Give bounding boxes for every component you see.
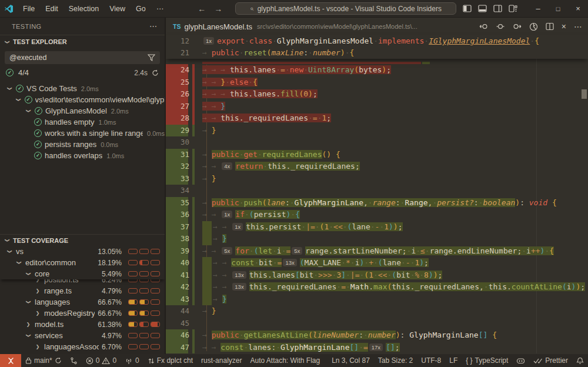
- code-line[interactable]: 121xexport·class·GlyphMarginLanesModel·i…: [166, 35, 588, 47]
- code-line[interactable]: 25→ → }·else·{: [166, 76, 588, 89]
- eol-status[interactable]: LF: [445, 354, 462, 367]
- menu-edit[interactable]: Edit: [40, 5, 64, 13]
- menu-file[interactable]: File: [18, 5, 40, 13]
- coverage-next-icon[interactable]: [512, 22, 522, 31]
- coverage-row[interactable]: ❯core5.49%: [0, 268, 165, 279]
- coverage-row[interactable]: ❯range.ts4.79%: [0, 285, 165, 296]
- code-line[interactable]: 31→ public·get·requiredLanes() {: [166, 149, 588, 161]
- chevron-down-icon[interactable]: ❯: [15, 259, 23, 266]
- test-item[interactable]: ❯✓vs\editor\test\common\viewModel\glyphL…: [0, 94, 165, 105]
- chevron-down-icon[interactable]: ❯: [15, 96, 22, 103]
- test-filter-input[interactable]: @executed: [5, 51, 160, 64]
- editor-more-actions-icon[interactable]: ⋯: [574, 22, 582, 31]
- code-line[interactable]: 39→ → 5xfor·(let·i·=5xrange.startLineNum…: [166, 245, 588, 258]
- prettier-status[interactable]: Prettier: [529, 354, 572, 367]
- chevron-right-icon[interactable]: ❯: [25, 321, 32, 328]
- coverage-prev-icon[interactable]: [479, 22, 489, 31]
- coverage-row[interactable]: ❯services4.97%: [0, 330, 165, 341]
- code-line[interactable]: 38→ }: [166, 233, 588, 245]
- code-line[interactable]: 35→ public·push(lane:·GlyphMarginLane,·r…: [166, 197, 588, 209]
- customize-layout-icon[interactable]: [509, 4, 517, 13]
- coverage-row[interactable]: ❯position.ts6.24%: [0, 279, 165, 285]
- nav-forward-icon[interactable]: →: [214, 4, 222, 14]
- code-line[interactable]: 29→ }: [166, 125, 588, 137]
- source-control-graph[interactable]: [66, 354, 82, 367]
- remote-indicator[interactable]: [0, 354, 21, 367]
- chevron-right-icon[interactable]: ❯: [34, 279, 41, 283]
- tab-size-status[interactable]: Tab Size: 2: [374, 354, 417, 367]
- encoding-status[interactable]: UTF-8: [417, 354, 445, 367]
- refresh-icon[interactable]: [152, 69, 159, 76]
- sticky-scroll[interactable]: 121xexport·class·GlyphMarginLanesModel·i…: [166, 35, 588, 59]
- code-line[interactable]: 46→ public·getLanesAtLine(lineNumber:·nu…: [166, 329, 588, 342]
- code-line[interactable]: 30: [166, 136, 588, 149]
- auto-attach-status[interactable]: Auto Attach: With Flag: [246, 354, 324, 367]
- chevron-right-icon[interactable]: ❯: [34, 343, 41, 351]
- menu-go[interactable]: Go: [131, 5, 151, 13]
- toggle-secondary-sidebar-icon[interactable]: [493, 4, 502, 13]
- menu-selection[interactable]: Selection: [64, 5, 104, 13]
- coverage-row[interactable]: ❯languagesAssociations.ts6.70%: [0, 341, 165, 352]
- chevron-down-icon[interactable]: ❯: [25, 271, 32, 278]
- branch-status[interactable]: main*: [21, 354, 66, 367]
- chevron-down-icon[interactable]: ❯: [25, 108, 32, 115]
- code-line[interactable]: [166, 59, 588, 64]
- coverage-row[interactable]: ❯vs13.05%: [0, 246, 165, 257]
- window-minimize-button[interactable]: –: [528, 4, 548, 13]
- code-viewport[interactable]: 24→ → → this.lanes·=·new·Uint8Array(byte…: [166, 59, 588, 353]
- notifications-status[interactable]: [572, 354, 588, 367]
- toggle-sidebar-icon[interactable]: [463, 4, 472, 13]
- nav-back-icon[interactable]: ←: [198, 4, 206, 14]
- code-line[interactable]: 41→ → 13xthis.lanes[bit·>>>·3]·|=·(1·<<·…: [166, 269, 588, 282]
- filter-icon[interactable]: [148, 54, 155, 61]
- chevron-down-icon[interactable]: ❯: [25, 299, 32, 306]
- test-item[interactable]: ✓handles empty1.0ms: [0, 116, 165, 128]
- code-line[interactable]: 37→ → 1xthis.persist·|=·(1·<<·(lane·-·1)…: [166, 221, 588, 233]
- rust-analyzer-status[interactable]: rust-analyzer: [197, 354, 246, 367]
- chevron-down-icon[interactable]: ❯: [25, 332, 32, 339]
- code-line[interactable]: 33→ }: [166, 173, 588, 185]
- code-line[interactable]: 28→ → this._requiredLanes·=·1;: [166, 112, 588, 125]
- window-close-button[interactable]: ×: [568, 4, 588, 13]
- test-explorer-section-header[interactable]: ❯ TEST EXPLORER: [0, 35, 165, 48]
- chevron-right-icon[interactable]: ❯: [34, 309, 41, 317]
- command-center-search[interactable]: ⌕ glyphLanesModel.ts - vscode - Visual S…: [235, 2, 456, 15]
- chevron-down-icon[interactable]: ❯: [6, 85, 14, 92]
- menu-view[interactable]: View: [104, 5, 131, 13]
- coverage-row[interactable]: ❯modesRegistry.ts66.67%: [0, 308, 165, 319]
- test-item[interactable]: ✓persists ranges0.0ms: [0, 139, 165, 150]
- code-line[interactable]: 40→ → const·bit·=13x(MAX_LANE·*·i)·+·(la…: [166, 257, 588, 269]
- code-line[interactable]: 27→ → }: [166, 101, 588, 113]
- copilot-status[interactable]: [512, 354, 529, 367]
- code-line[interactable]: 44→ }: [166, 305, 588, 318]
- code-line[interactable]: 34: [166, 185, 588, 197]
- test-coverage-section-header[interactable]: ❯ TEST COVERAGE: [0, 234, 165, 246]
- panel-more-actions-icon[interactable]: ⋯: [149, 22, 158, 31]
- toggle-panel-icon[interactable]: [478, 4, 487, 13]
- code-line[interactable]: 36→ → 1xif·(persist)·{: [166, 209, 588, 221]
- coverage-current-icon[interactable]: [496, 22, 505, 31]
- coverage-row[interactable]: ❯editor\common18.19%: [0, 257, 165, 268]
- ports-status[interactable]: 0: [121, 354, 143, 367]
- coverage-row[interactable]: ❯languages66.67%: [0, 296, 165, 308]
- test-coverage-toggle-icon[interactable]: [529, 22, 538, 31]
- test-item[interactable]: ✓handles overlaps1.0ms: [0, 150, 165, 161]
- language-mode-status[interactable]: { } TypeScript: [462, 354, 512, 367]
- code-line[interactable]: 32→ → 4xreturn·this._requiredLanes;: [166, 161, 588, 173]
- code-line[interactable]: 47→ → const·lanes:·GlyphMarginLane[]·=17…: [166, 342, 588, 354]
- test-item[interactable]: ❯✓GlyphLanesModel2.0ms: [0, 105, 165, 116]
- close-editor-icon[interactable]: ×: [562, 22, 566, 31]
- fx-dplct-cht-status[interactable]: Fx dplct cht: [143, 354, 197, 367]
- test-item[interactable]: ✓works with a single line range0.0ms: [0, 128, 165, 139]
- editor-tab[interactable]: TS glyphLanesModel.ts src\vs\editor\comm…: [166, 18, 588, 35]
- chevron-right-icon[interactable]: ❯: [34, 287, 41, 295]
- chevron-down-icon[interactable]: ❯: [6, 248, 14, 255]
- window-maximize-button[interactable]: □: [548, 5, 568, 12]
- code-line[interactable]: 26→ → → this.lanes.fill(0);: [166, 88, 588, 101]
- coverage-row[interactable]: ❯model.ts61.38%: [0, 319, 165, 330]
- menu-more-icon[interactable]: ⋯: [151, 4, 170, 13]
- problems-status[interactable]: 0 0: [82, 354, 121, 367]
- code-line[interactable]: 21→ public·reset(maxLine:·number)·{: [166, 47, 588, 59]
- test-item[interactable]: ❯✓VS Code Tests2.0ms: [0, 83, 165, 94]
- cursor-position-status[interactable]: Ln 3, Col 87: [328, 354, 374, 367]
